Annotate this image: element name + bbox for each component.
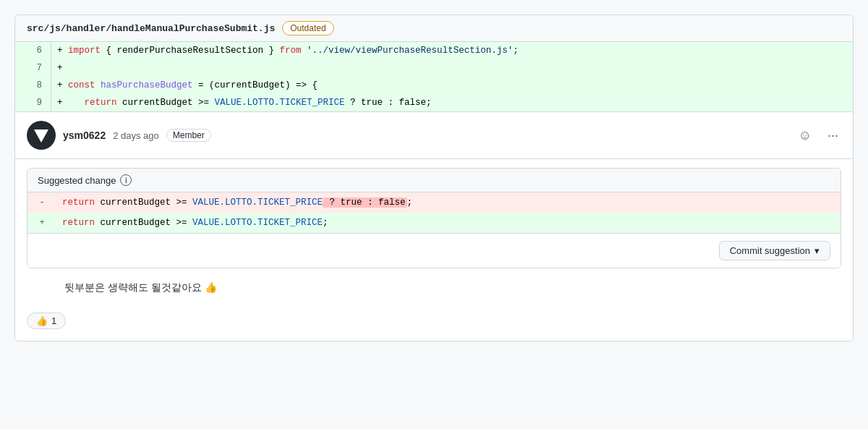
added-content: return currentBudget >= VALUE.LOTTO.TICK… bbox=[56, 213, 841, 233]
keyword-return: return bbox=[85, 98, 117, 108]
diff-line-7: 7 + bbox=[15, 59, 853, 77]
reaction-count: 1 bbox=[51, 315, 56, 326]
emoji-reaction-button[interactable]: ☺ bbox=[796, 127, 814, 145]
more-options-button[interactable]: ··· bbox=[825, 127, 841, 145]
reactions-row: 👍 1 bbox=[15, 307, 853, 341]
keyword-from: from bbox=[280, 46, 302, 56]
commit-suggestion-button[interactable]: Commit suggestion ▾ bbox=[719, 241, 830, 260]
commit-dropdown-icon: ▾ bbox=[814, 245, 820, 256]
diff-content-9: + return currentBudget >= VALUE.LOTTO.TI… bbox=[51, 94, 853, 111]
reviewer-left: ysm0622 2 days ago Member bbox=[27, 121, 211, 150]
pr-review-card: src/js/handler/handleManualPurchaseSubmi… bbox=[14, 14, 854, 341]
diff-line-9: 9 + return currentBudget >= VALUE.LOTTO.… bbox=[15, 94, 853, 111]
value-blue: VALUE.LOTTO.TICKET_PRICE bbox=[215, 98, 345, 108]
line-number-7: 7 bbox=[15, 59, 51, 77]
smiley-icon: ☺ bbox=[799, 128, 812, 143]
outdated-badge: Outdated bbox=[282, 21, 333, 35]
file-header: src/js/handler/handleManualPurchaseSubmi… bbox=[15, 15, 853, 42]
suggested-change-box: Suggested change i - return currentBudge… bbox=[27, 168, 841, 268]
suggestion-removed-line: - return currentBudget >= VALUE.LOTTO.TI… bbox=[27, 192, 841, 213]
reviewer-header: ysm0622 2 days ago Member ☺ ··· bbox=[15, 112, 853, 159]
minus-gutter: - bbox=[27, 192, 56, 213]
suggested-change-label: Suggested change bbox=[38, 175, 116, 186]
reviewer-name: ysm0622 bbox=[63, 129, 106, 141]
commit-suggestion-label: Commit suggestion bbox=[730, 245, 810, 256]
diff-content-8: + const hasPurchaseBudget = (currentBudg… bbox=[51, 77, 853, 94]
comment-text: 뒷부분은 생략해도 될것같아요 👍 bbox=[15, 277, 853, 307]
plus-gutter: + bbox=[27, 213, 56, 233]
thumbs-up-reaction-button[interactable]: 👍 1 bbox=[27, 313, 66, 329]
member-badge: Member bbox=[166, 129, 211, 142]
fn-name: hasPurchaseBudget bbox=[101, 80, 193, 90]
suggestion-added-line: + return currentBudget >= VALUE.LOTTO.TI… bbox=[27, 213, 841, 233]
file-path: src/js/handler/handleManualPurchaseSubmi… bbox=[27, 23, 275, 34]
line-number-8: 8 bbox=[15, 77, 51, 94]
info-icon: i bbox=[120, 174, 132, 186]
diff-content-6: + import { renderPurchaseResultSection }… bbox=[51, 42, 853, 59]
reviewer-time: 2 days ago bbox=[113, 130, 159, 141]
string-path: '../view/viewPurchaseResultSection.js'; bbox=[302, 46, 519, 56]
commit-area: Commit suggestion ▾ bbox=[27, 233, 841, 268]
diff-line-6: 6 + import { renderPurchaseResultSection… bbox=[15, 42, 853, 59]
diff-content-7: + bbox=[51, 59, 853, 77]
suggested-header: Suggested change i bbox=[27, 169, 841, 192]
plus-marker: + bbox=[57, 46, 68, 56]
suggestion-diff: - return currentBudget >= VALUE.LOTTO.TI… bbox=[27, 192, 841, 233]
keyword-import: import bbox=[68, 46, 101, 56]
reviewer-right: ☺ ··· bbox=[796, 127, 841, 145]
line-number-6: 6 bbox=[15, 42, 51, 59]
highlighted-removed: ? true : false bbox=[323, 197, 407, 208]
removed-content: return currentBudget >= VALUE.LOTTO.TICK… bbox=[56, 192, 841, 213]
review-section: ysm0622 2 days ago Member ☺ ··· Suggeste… bbox=[15, 111, 853, 341]
keyword-const: const bbox=[68, 80, 95, 90]
line-number-9: 9 bbox=[15, 94, 51, 111]
thumbs-up-emoji: 👍 bbox=[36, 315, 48, 326]
ellipsis-icon: ··· bbox=[827, 128, 838, 143]
diff-line-8: 8 + const hasPurchaseBudget = (currentBu… bbox=[15, 77, 853, 94]
avatar bbox=[27, 121, 56, 150]
code-diff: 6 + import { renderPurchaseResultSection… bbox=[15, 42, 853, 111]
avatar-triangle-icon bbox=[34, 129, 48, 143]
